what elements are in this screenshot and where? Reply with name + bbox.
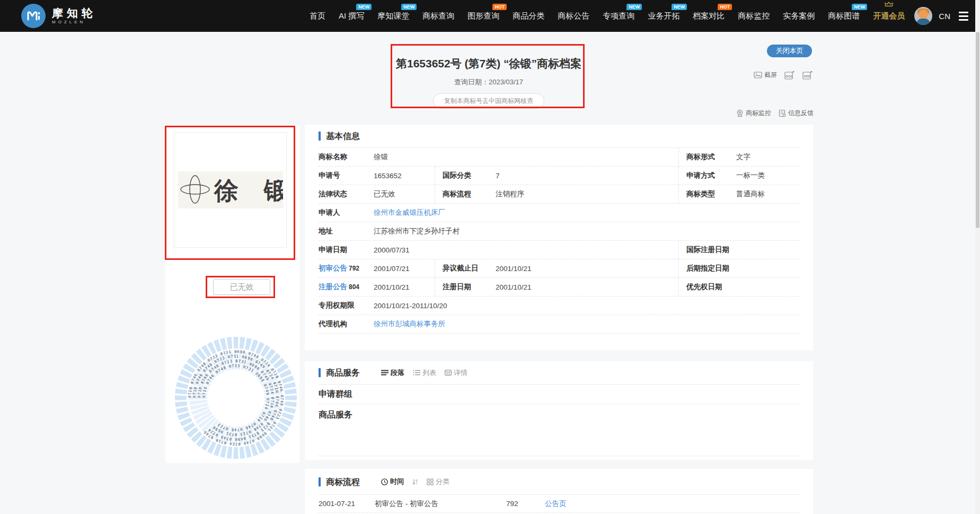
status-invalid-button[interactable]: 已无效	[213, 279, 270, 295]
view-paragraph-toggle[interactable]: 段落	[381, 368, 404, 378]
trademark-visual-panel: 徐 锻 已无效 0710 0746 0748 0723 0731 0698 07…	[165, 126, 299, 463]
nav-item-trademark-search[interactable]: 商标查询	[422, 0, 454, 32]
flow-category-toggle[interactable]: 分类	[427, 477, 449, 486]
screenshot-button[interactable]: 截屏	[754, 71, 777, 80]
view-detail-toggle[interactable]: 详情	[445, 368, 467, 378]
page-scrollbar[interactable]	[975, 0, 980, 514]
nav-item-case-studies[interactable]: 实务案例	[783, 0, 815, 32]
record-tools: 商标监控 信息反馈	[733, 109, 814, 118]
field-value: 2000/07/31	[374, 246, 678, 254]
list-icon	[413, 370, 420, 376]
nav-item-image-search[interactable]: 图形查询HOT	[467, 0, 499, 32]
nav-item-vip-upgrade[interactable]: 开通会员	[873, 0, 905, 32]
hot-badge: HOT	[718, 4, 732, 10]
copy-check-button[interactable]: 复制本商标号去中国商标网核查	[433, 93, 544, 109]
trademark-image: 徐 锻	[174, 132, 287, 248]
field-label: 申请日期	[319, 245, 374, 255]
field-value: 2001/10/21	[374, 283, 435, 291]
flow-issue-number: 792	[506, 500, 545, 508]
agency-link[interactable]: 徐州市彭城商标事务所	[374, 320, 445, 328]
nav-item-archive-compare[interactable]: 档案对比HOT	[693, 0, 725, 32]
table-row: 商标名称 徐锻 商标形式 文字	[319, 148, 800, 167]
field-value: 注销程序	[496, 189, 678, 199]
flow-time-toggle[interactable]: 时间	[381, 477, 404, 486]
view-list-toggle[interactable]: 列表	[413, 368, 436, 378]
crown-icon	[885, 2, 893, 7]
nav-item-home[interactable]: 首页	[310, 0, 325, 32]
field-label: 注册日期	[435, 278, 496, 296]
user-avatar[interactable]	[914, 7, 932, 25]
trademark-logo-graphic: 徐 锻	[178, 171, 283, 208]
gazette-issue-number: 792	[349, 265, 359, 272]
field-label: 法律状态	[319, 189, 374, 199]
feedback-icon	[779, 109, 786, 117]
goods-services-title: 商品服务	[319, 368, 360, 377]
nav-item-goods-classification[interactable]: 商品分类	[513, 0, 544, 32]
field-value: 徐锻	[374, 152, 678, 162]
field-value: 7	[496, 172, 678, 180]
nav-menu: 首页 AI 撰写NEW 摩知课堂NEW 商标查询 图形查询HOT 商品分类 商标…	[310, 0, 905, 32]
scrollbar-thumb[interactable]	[976, 32, 979, 228]
clock-icon	[381, 478, 388, 485]
trademark-flow-card: 商标流程 时间	[305, 469, 813, 514]
table-row: 申请号 1653652 国际分类 7 申请方式 一标一类	[319, 167, 800, 185]
brand-name: 摩知轮	[52, 7, 96, 20]
nav-item-trademark-monitor[interactable]: 商标监控	[738, 0, 770, 32]
field-label: 后期指定日期	[678, 259, 736, 277]
field-label: 商标流程	[435, 185, 496, 203]
new-badge: NEW	[356, 4, 372, 10]
field-value: 2001/10/21-2011/10/20	[374, 302, 800, 310]
field-label: 优先权日期	[678, 278, 736, 296]
first-gazette-link[interactable]: 初审公告	[319, 264, 347, 272]
main-nav: 摩知轮 MOZLEN 首页 AI 撰写NEW 摩知课堂NEW 商标查询 图形查询…	[0, 0, 980, 32]
hamburger-menu-icon[interactable]	[959, 12, 968, 21]
nav-item-mozlen-class[interactable]: 摩知课堂NEW	[377, 0, 409, 32]
field-label: 商品服务	[319, 410, 352, 421]
gazette-issue-number: 804	[349, 283, 359, 291]
feedback-button[interactable]: 信息反馈	[779, 109, 814, 118]
doc-file-icon: DOC	[784, 71, 795, 80]
flow-sort-toggle[interactable]	[412, 478, 418, 485]
field-label: 申请群组	[319, 389, 352, 400]
language-switch[interactable]: CN	[939, 12, 950, 21]
export-doc-button[interactable]: DOC	[784, 71, 795, 80]
monitor-trademark-button[interactable]: 商标监控	[736, 109, 771, 118]
field-value: 1653652	[374, 172, 435, 180]
table-row: 申请日期 2000/07/31 国际注册日期	[319, 241, 800, 259]
monitor-icon	[736, 109, 744, 117]
nav-item-trademark-gazette[interactable]: 商标公告	[558, 0, 589, 32]
table-row: 地址 江苏徐州市下淀乡孙圩子村	[319, 222, 800, 241]
field-label: 商标名称	[319, 152, 374, 162]
export-pdf-button[interactable]: PDF	[802, 71, 813, 80]
svg-text:徐 锻: 徐 锻	[213, 176, 283, 205]
field-label: 异议截止日	[435, 259, 496, 277]
nav-item-special-search[interactable]: 专项查询NEW	[603, 0, 634, 32]
screenshot-icon	[754, 72, 762, 79]
field-label: 国际分类	[435, 167, 496, 185]
new-badge: NEW	[626, 4, 642, 10]
field-value: 普通商标	[736, 189, 800, 199]
flow-date: 2001-07-21	[319, 500, 375, 508]
goods-services-card: 商品服务 段落 列表	[305, 361, 813, 460]
brand-subname: MOZLEN	[52, 20, 96, 25]
flow-row: 2001-07-21 初审公告 - 初审公告 792 公告页	[319, 495, 800, 513]
table-row: 代理机构 徐州市彭城商标事务所	[319, 315, 800, 334]
gazette-page-link[interactable]: 公告页	[545, 499, 800, 509]
sort-arrows-icon	[412, 478, 418, 485]
registration-gazette-link[interactable]: 注册公告	[319, 283, 347, 291]
close-page-button[interactable]: 关闭本页	[767, 45, 812, 57]
nav-item-ai-writing[interactable]: AI 撰写NEW	[339, 0, 364, 32]
applicant-link[interactable]: 徐州市金威锻压机床厂	[374, 208, 445, 216]
category-grid-icon	[427, 478, 434, 485]
pdf-file-icon: PDF	[802, 71, 813, 80]
field-label: 申请方式	[678, 167, 736, 185]
nav-item-business-development[interactable]: 业务开拓NEW	[648, 0, 679, 32]
field-value: 2001/07/21	[374, 265, 435, 273]
brand[interactable]: 摩知轮 MOZLEN	[21, 4, 96, 28]
new-badge: NEW	[852, 4, 867, 10]
table-row: 商品服务	[319, 404, 800, 456]
nav-item-trademark-atlas[interactable]: 商标图谱NEW	[828, 0, 860, 32]
field-value: 江苏徐州市下淀乡孙圩子村	[374, 226, 800, 236]
field-value: 一标一类	[736, 171, 800, 180]
record-title-block: 第1653652号 (第7类) “徐锻”商标档案 查询日期：2023/03/17…	[339, 56, 638, 109]
